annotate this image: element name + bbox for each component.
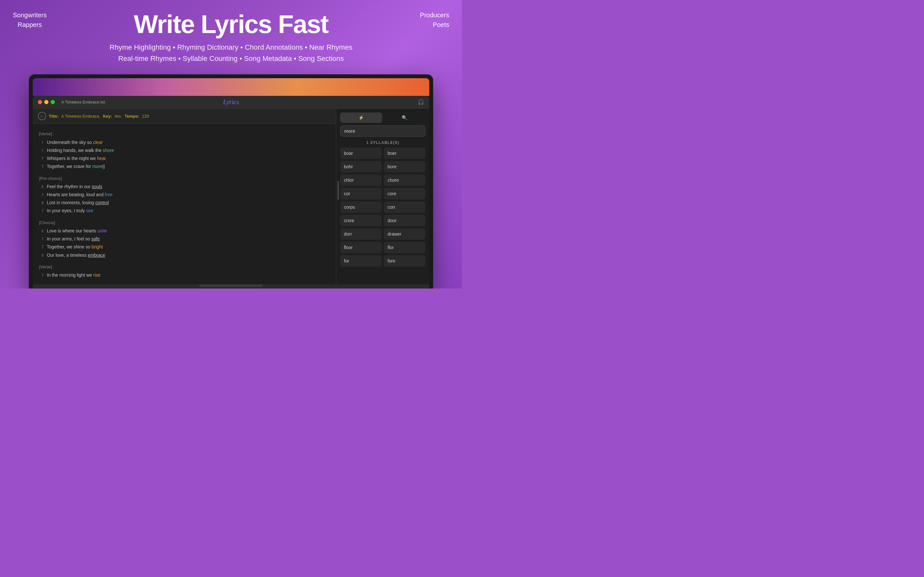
songwriters-label: Songwriters	[13, 10, 47, 20]
scrollbar-thumb[interactable]	[338, 181, 339, 200]
producers-label: Producers	[420, 10, 449, 20]
lyrics-scroll[interactable]: [Verse] 7 Underneath the sky so clear 7 …	[33, 124, 336, 284]
rhyme-corr[interactable]: corr	[384, 201, 425, 213]
header-sides: Songwriters Rappers Producers Poets	[0, 10, 462, 29]
content-area: ▷ Title: A Timeless Embrace, Key: Am, Te…	[33, 109, 429, 284]
headphones-icon: 🎧	[418, 99, 424, 105]
dict-tabs: ⚡ 🔍	[336, 109, 429, 123]
rhyme-for[interactable]: for	[340, 255, 382, 267]
screen-inner: A Timeless Embrace.txt Lyrics 🎧 ▷ Title:…	[33, 96, 429, 284]
screen-top-gradient	[33, 78, 429, 96]
lyric-line-cursor[interactable]: 7 Together, we crave for more|	[39, 163, 330, 171]
lyric-line: 7 In your arms, I feel so safe	[39, 235, 330, 243]
minimize-button[interactable]	[44, 100, 48, 104]
dictionary-panel: ⚡ 🔍 more 1 SYLLABLE(S) boar	[336, 109, 429, 284]
rhyme-door[interactable]: door	[384, 215, 425, 226]
lyric-line: 7 Holding hands, we walk the shore	[39, 147, 330, 155]
rhyme-boar[interactable]: boar	[340, 147, 382, 159]
lyric-line: 7 Whispers in the night we hear	[39, 155, 330, 163]
title-label: Title:	[49, 114, 59, 119]
maximize-button[interactable]	[51, 100, 55, 104]
key-value: Am,	[115, 114, 122, 119]
rhyme-bore[interactable]: bore	[384, 161, 425, 172]
play-button[interactable]: ▷	[38, 112, 46, 120]
rhyme-grid: boar boer bohr bore chlor chore cor core…	[336, 147, 429, 267]
rhyme-boer[interactable]: boer	[384, 147, 425, 159]
title-value: A Timeless Embrace,	[61, 114, 100, 119]
metadata-bar: ▷ Title: A Timeless Embrace, Key: Am, Te…	[33, 109, 336, 124]
header-left: Songwriters Rappers	[13, 10, 47, 29]
app-logo: Lyrics	[223, 98, 239, 106]
poets-label: Poets	[420, 20, 449, 29]
rhyme-dorr[interactable]: dorr	[340, 228, 382, 240]
lyric-line: 7 In your eyes, I truly see	[39, 207, 330, 215]
rhyme-bohr[interactable]: bohr	[340, 161, 382, 172]
subtitle: Rhyme Highlighting • Rhyming Dictionary …	[0, 42, 462, 64]
rhyme-chore[interactable]: chore	[384, 174, 425, 186]
search-container: more	[336, 123, 429, 139]
lyric-line: 8 Love is where our hearts unite	[39, 227, 330, 235]
rhyme-fore[interactable]: fore	[384, 255, 425, 267]
section-verse-1: [Verse]	[39, 130, 330, 137]
tab-search[interactable]: 🔍	[383, 113, 425, 123]
lyrics-content: [Verse] 7 Underneath the sky so clear 7 …	[33, 124, 336, 284]
close-button[interactable]	[38, 100, 42, 104]
lyric-line: 7 Together, we shine so bright	[39, 243, 330, 251]
laptop-container: A Timeless Embrace.txt Lyrics 🎧 ▷ Title:…	[29, 74, 433, 288]
rhyme-flor[interactable]: flor	[384, 242, 425, 253]
rappers-label: Rappers	[13, 20, 47, 29]
search-input[interactable]: more	[340, 125, 425, 137]
window-controls	[38, 100, 55, 104]
tempo-value: 120	[142, 114, 149, 119]
lyric-line: 7 Underneath the sky so clear	[39, 139, 330, 147]
laptop-bottom	[33, 284, 429, 288]
rhyme-cor[interactable]: cor	[340, 188, 382, 199]
section-verse-2: [Verse]	[39, 263, 330, 271]
section-chorus: [Chorus]	[39, 219, 330, 226]
lyrics-panel[interactable]: ▷ Title: A Timeless Embrace, Key: Am, Te…	[33, 109, 336, 284]
section-prechorus: [Pre-chorus]	[39, 175, 330, 182]
rhyme-corps[interactable]: corps	[340, 201, 382, 213]
key-label: Key:	[103, 114, 112, 119]
header: Songwriters Rappers Producers Poets Writ…	[0, 0, 462, 69]
lyric-line: 7 In the morning light we rise	[39, 271, 330, 279]
tab-rhymes[interactable]: ⚡	[340, 113, 382, 123]
subtitle-line2: Real-time Rhymes • Syllable Counting • S…	[0, 53, 462, 64]
lyric-line: 8 Feel the rhythm in our souls	[39, 183, 330, 191]
lyric-line: 8 Our love, a timeless embrace	[39, 251, 330, 259]
rhyme-crore[interactable]: crore	[340, 215, 382, 226]
rhyme-drawer[interactable]: drawer	[384, 228, 425, 240]
syllable-header: 1 SYLLABLE(S)	[336, 139, 429, 147]
rhyme-core[interactable]: core	[384, 188, 425, 199]
lyric-line: 7 Hearts are beating, loud and free	[39, 191, 330, 199]
subtitle-line1: Rhyme Highlighting • Rhyming Dictionary …	[0, 42, 462, 53]
lightning-icon: ⚡	[359, 115, 364, 120]
search-icon: 🔍	[402, 115, 407, 120]
title-bar: A Timeless Embrace.txt Lyrics 🎧	[33, 96, 429, 109]
tempo-label: Tempo:	[124, 114, 139, 119]
laptop-screen: A Timeless Embrace.txt Lyrics 🎧 ▷ Title:…	[29, 74, 433, 288]
header-right: Producers Poets	[420, 10, 449, 29]
rhyme-floor[interactable]: floor	[340, 242, 382, 253]
lyric-line: 8 Lost in moments, losing control	[39, 199, 330, 207]
rhyme-chlor[interactable]: chlor	[340, 174, 382, 186]
